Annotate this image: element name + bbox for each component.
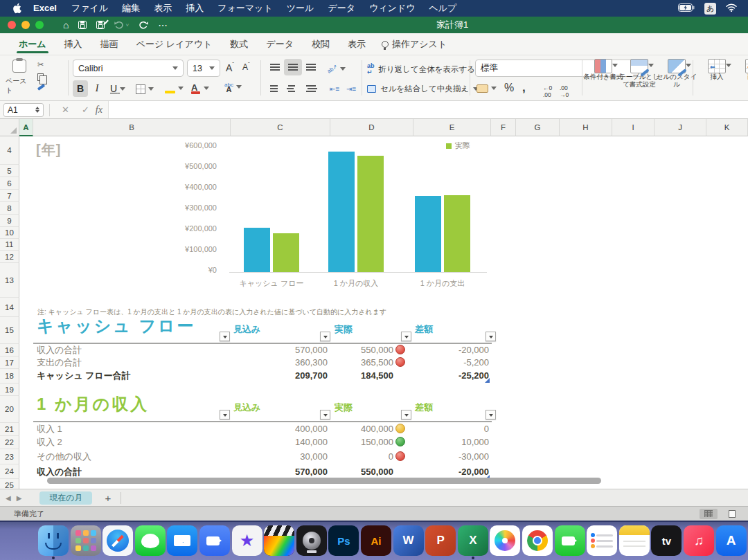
row-header-4[interactable]: 4 bbox=[0, 136, 19, 165]
insert-function-icon[interactable]: fx bbox=[96, 105, 103, 116]
percent-style-button[interactable]: % bbox=[504, 82, 514, 94]
table-resize-handle[interactable] bbox=[485, 378, 490, 383]
row-header-23[interactable]: 23 bbox=[0, 449, 19, 464]
prev-sheet-icon[interactable]: ◀ bbox=[0, 494, 17, 502]
select-all-corner[interactable] bbox=[0, 119, 19, 136]
row-header-21[interactable]: 21 bbox=[0, 423, 19, 436]
menu-item-2[interactable]: 編集 bbox=[115, 0, 147, 17]
filter-button[interactable] bbox=[486, 410, 496, 419]
row-header-18[interactable]: 18 bbox=[0, 369, 19, 383]
fill-color-button[interactable] bbox=[165, 82, 184, 94]
menu-item-8[interactable]: ウィンドウ bbox=[362, 0, 422, 17]
phonetic-guide-button[interactable]: abcA bbox=[224, 82, 242, 92]
ribbon-tab-0[interactable]: ホーム bbox=[10, 33, 55, 55]
save-icon[interactable] bbox=[78, 21, 87, 29]
battery-charging-icon[interactable] bbox=[678, 3, 695, 14]
align-left-button[interactable] bbox=[266, 80, 282, 97]
zoom-button[interactable] bbox=[35, 21, 44, 29]
apple-tv-icon[interactable]: tv bbox=[651, 525, 682, 556]
undo-icon[interactable]: ˅ bbox=[114, 21, 129, 29]
row-header-11[interactable]: 11 bbox=[0, 239, 19, 251]
messages-icon[interactable] bbox=[135, 525, 166, 556]
align-top-button[interactable] bbox=[266, 59, 284, 75]
wrap-text-button[interactable]: ab↵ 折り返して全体を表示する bbox=[367, 63, 485, 75]
formula-input[interactable] bbox=[108, 101, 748, 118]
row-header-24[interactable]: 24 bbox=[0, 464, 19, 479]
illustrator-icon[interactable]: Ai bbox=[361, 525, 391, 556]
row-header-9[interactable]: 9 bbox=[0, 215, 19, 227]
align-center-button[interactable] bbox=[284, 80, 299, 97]
notes-icon[interactable] bbox=[619, 525, 650, 556]
filter-button[interactable] bbox=[320, 332, 330, 341]
tab-assist[interactable]: 操作アシスト bbox=[375, 38, 454, 51]
filter-button[interactable] bbox=[320, 410, 330, 419]
name-box-stepper[interactable] bbox=[35, 105, 39, 115]
menu-item-9[interactable]: ヘルプ bbox=[422, 0, 463, 17]
excel-icon[interactable]: X bbox=[458, 525, 488, 556]
align-middle-button[interactable] bbox=[284, 59, 302, 75]
redo-icon[interactable] bbox=[139, 21, 148, 29]
font-size-select[interactable]: 13 bbox=[187, 60, 220, 77]
menu-item-6[interactable]: ツール bbox=[280, 0, 321, 17]
imovie-icon[interactable]: ★ bbox=[232, 525, 262, 556]
word-icon[interactable]: W bbox=[393, 525, 424, 556]
column-header-H[interactable]: H bbox=[560, 119, 612, 136]
menu-item-1[interactable]: ファイル bbox=[64, 0, 115, 17]
music-icon[interactable]: ♫ bbox=[684, 525, 714, 556]
comma-style-icon[interactable]: , bbox=[522, 84, 526, 91]
ribbon-tab-2[interactable]: 描画 bbox=[91, 33, 127, 55]
align-bottom-button[interactable] bbox=[302, 59, 320, 75]
photoshop-icon[interactable]: Ps bbox=[328, 525, 359, 556]
finder-icon[interactable] bbox=[38, 525, 69, 556]
column-header-I[interactable]: I bbox=[612, 119, 654, 136]
horizontal-scrollbar[interactable] bbox=[47, 478, 601, 484]
row-header-10[interactable]: 10 bbox=[0, 227, 19, 239]
column-header-C[interactable]: C bbox=[231, 119, 330, 136]
orientation-button[interactable]: ab↗ bbox=[327, 64, 346, 74]
italic-button[interactable]: I bbox=[90, 80, 104, 97]
minimize-button[interactable] bbox=[21, 21, 30, 29]
confirm-entry-icon[interactable]: ✓ bbox=[82, 105, 89, 115]
ribbon-tab-3[interactable]: ページ レイアウト bbox=[127, 33, 222, 55]
column-header-D[interactable]: D bbox=[330, 119, 413, 136]
menu-item-4[interactable]: 挿入 bbox=[179, 0, 211, 17]
column-header-G[interactable]: G bbox=[516, 119, 560, 136]
column-header-B[interactable]: B bbox=[33, 119, 231, 136]
row-header-20[interactable]: 20 bbox=[0, 396, 19, 423]
row-header-8[interactable]: 8 bbox=[0, 202, 19, 215]
close-button[interactable] bbox=[8, 21, 16, 29]
row-header-22[interactable]: 22 bbox=[0, 436, 19, 449]
input-source-badge[interactable]: あ bbox=[704, 3, 716, 15]
increase-font-size-icon[interactable]: Aˆ bbox=[226, 62, 234, 73]
home-icon[interactable]: ⌂ bbox=[63, 19, 69, 30]
cut-icon[interactable]: ✂ bbox=[37, 61, 45, 69]
filter-button[interactable] bbox=[220, 332, 230, 341]
format-painter-icon[interactable] bbox=[37, 84, 45, 91]
filter-button[interactable] bbox=[401, 410, 411, 419]
filter-button[interactable] bbox=[401, 332, 411, 341]
logic-icon[interactable] bbox=[296, 525, 327, 556]
more-toolbar-icon[interactable]: ⋯ bbox=[158, 19, 168, 30]
font-color-button[interactable]: A bbox=[191, 82, 209, 94]
borders-button[interactable] bbox=[136, 84, 154, 94]
ribbon-tab-5[interactable]: データ bbox=[257, 33, 303, 55]
wifi-icon[interactable] bbox=[726, 3, 737, 14]
bold-button[interactable]: B bbox=[73, 80, 88, 97]
ribbon-tab-1[interactable]: 挿入 bbox=[55, 33, 91, 55]
zoom-icon[interactable] bbox=[199, 525, 230, 556]
save-as-icon[interactable] bbox=[96, 21, 105, 29]
name-box[interactable]: A1 bbox=[3, 103, 44, 117]
safari-icon[interactable] bbox=[103, 525, 133, 556]
chrome-icon[interactable] bbox=[522, 525, 553, 556]
decrease-decimal-icon[interactable]: .00→0 bbox=[560, 84, 569, 98]
row-header-7[interactable]: 7 bbox=[0, 190, 19, 202]
increase-indent-button[interactable]: ⇥≡ bbox=[342, 80, 360, 97]
normal-view-button[interactable] bbox=[700, 509, 718, 519]
ribbon-tab-6[interactable]: 校閲 bbox=[303, 33, 339, 55]
final-cut-icon[interactable] bbox=[264, 525, 294, 556]
decrease-indent-button[interactable]: ⇤≡ bbox=[326, 80, 344, 97]
sheet-tab-current-month[interactable]: 現在の月 bbox=[39, 491, 92, 505]
menu-item-5[interactable]: フォーマット bbox=[211, 0, 280, 17]
column-header-K[interactable]: K bbox=[706, 119, 748, 136]
delete-cells-button[interactable]: ⇒ 削除 bbox=[733, 59, 748, 80]
